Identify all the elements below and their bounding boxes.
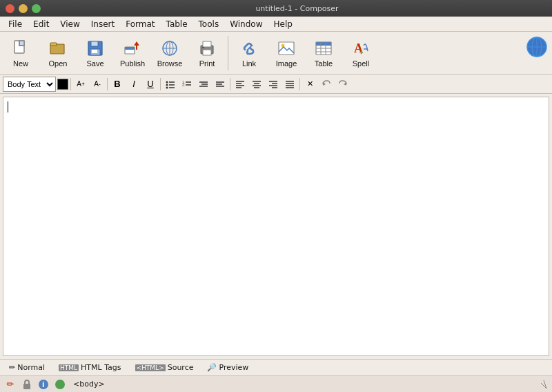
svg-rect-5: [91, 41, 98, 46]
underline-button[interactable]: U: [143, 77, 158, 92]
statusbar: ✏ Normal HTML HTML Tags <HTML> Source 🔎 …: [0, 359, 552, 375]
titlebar: untitled-1 - Composer: [0, 0, 552, 17]
text-color-box[interactable]: [57, 79, 68, 90]
resize-grip-icon: [534, 379, 548, 390]
menu-file[interactable]: File: [3, 18, 28, 30]
open-icon: [48, 39, 68, 58]
new-icon: [11, 39, 30, 58]
menu-edit[interactable]: Edit: [28, 18, 55, 30]
svg-rect-1: [19, 41, 24, 46]
info-icon[interactable]: i: [37, 378, 50, 391]
table-icon: [314, 39, 333, 58]
format-sep-1: [70, 78, 71, 90]
tab-html-tags-label: HTML Tags: [81, 363, 121, 372]
spell-label: Spell: [353, 59, 369, 68]
style-select[interactable]: Body Text Heading 1 Heading 2 Normal: [3, 77, 56, 92]
svg-rect-69: [23, 384, 30, 389]
image-label: Image: [276, 59, 297, 68]
indent-button[interactable]: [196, 77, 211, 92]
svg-rect-19: [202, 47, 204, 48]
outdent-button[interactable]: [213, 77, 228, 92]
svg-text:2.: 2.: [182, 83, 185, 87]
subscript-button[interactable]: A-: [90, 77, 105, 92]
svg-rect-24: [316, 42, 331, 46]
justify-button[interactable]: [282, 77, 297, 92]
menu-view[interactable]: View: [55, 18, 85, 30]
maximize-button[interactable]: [32, 4, 41, 13]
align-left-button[interactable]: [233, 77, 248, 92]
new-label: New: [13, 59, 28, 68]
spell-icon: A: [351, 39, 371, 58]
preview-icon: 🔎: [207, 363, 217, 372]
menu-help[interactable]: Help: [268, 18, 297, 30]
link-label: Link: [242, 59, 256, 68]
toolbar: New Open Save: [0, 32, 552, 75]
editor-area[interactable]: [3, 97, 549, 356]
spell-button[interactable]: A Spell: [343, 34, 379, 72]
print-button[interactable]: Print: [189, 34, 225, 72]
menu-format[interactable]: Format: [120, 18, 160, 30]
save-button[interactable]: Save: [77, 34, 113, 72]
align-right-button[interactable]: [266, 77, 281, 92]
format-sep-3: [160, 78, 161, 90]
svg-rect-7: [92, 50, 97, 53]
superscript-button[interactable]: A+: [73, 77, 88, 92]
lock-icon[interactable]: [21, 378, 33, 391]
remove-format-button[interactable]: ✕: [302, 77, 317, 92]
menu-insert[interactable]: Insert: [86, 18, 120, 30]
format-sep-5: [299, 78, 300, 90]
format-sep-4: [230, 78, 230, 90]
link-icon: [239, 39, 259, 58]
menu-table[interactable]: Table: [161, 18, 193, 30]
tab-normal[interactable]: ✏ Normal: [3, 361, 51, 374]
tab-preview-label: Preview: [219, 363, 248, 372]
redo-button[interactable]: [335, 77, 351, 92]
svg-rect-21: [279, 42, 294, 55]
new-button[interactable]: New: [3, 34, 39, 72]
close-button[interactable]: [6, 4, 14, 13]
open-button[interactable]: Open: [40, 34, 76, 72]
cursor: [8, 101, 8, 112]
link-button[interactable]: Link: [231, 34, 267, 72]
menu-tools[interactable]: Tools: [193, 18, 225, 30]
italic-button[interactable]: I: [126, 77, 141, 92]
edit-icon[interactable]: ✏: [4, 378, 17, 391]
ul-button[interactable]: [163, 77, 178, 92]
status-icon[interactable]: [54, 378, 66, 391]
menu-window[interactable]: Window: [224, 18, 268, 30]
svg-rect-18: [203, 50, 211, 55]
svg-point-72: [55, 380, 65, 389]
browse-label: Browse: [157, 59, 183, 68]
browse-button[interactable]: Browse: [152, 34, 188, 72]
undo-button[interactable]: [319, 77, 334, 92]
bottombar: ✏ i <body>: [0, 375, 552, 392]
tab-source[interactable]: <HTML> Source: [129, 361, 200, 374]
print-icon: [197, 39, 217, 58]
print-label: Print: [199, 59, 215, 68]
align-center-button[interactable]: [249, 77, 264, 92]
bold-button[interactable]: B: [110, 77, 125, 92]
tab-normal-label: Normal: [17, 363, 45, 372]
publish-button[interactable]: Publish: [115, 34, 150, 72]
save-icon: [86, 39, 105, 58]
normal-icon: ✏: [9, 363, 15, 372]
browse-icon: [160, 39, 179, 58]
format-sep-2: [107, 78, 108, 90]
image-button[interactable]: Image: [268, 34, 304, 72]
globe-icon: [526, 36, 548, 60]
save-label: Save: [86, 59, 103, 68]
window-title: untitled-1 - Composer: [48, 4, 546, 13]
svg-point-39: [166, 86, 168, 88]
publish-icon: [123, 39, 142, 58]
svg-point-37: [166, 84, 168, 86]
format-bar: Body Text Heading 1 Heading 2 Normal A+ …: [0, 75, 552, 94]
svg-rect-9: [125, 47, 135, 50]
menubar: File Edit View Insert Format Table Tools…: [0, 17, 552, 32]
tab-html-tags[interactable]: HTML HTML Tags: [52, 361, 128, 374]
svg-marker-11: [134, 41, 139, 46]
minimize-button[interactable]: [19, 4, 28, 13]
svg-text:i: i: [42, 381, 44, 389]
tab-preview[interactable]: 🔎 Preview: [201, 361, 255, 374]
ol-button[interactable]: 1.2.: [179, 77, 195, 92]
table-button[interactable]: Table: [306, 34, 342, 72]
